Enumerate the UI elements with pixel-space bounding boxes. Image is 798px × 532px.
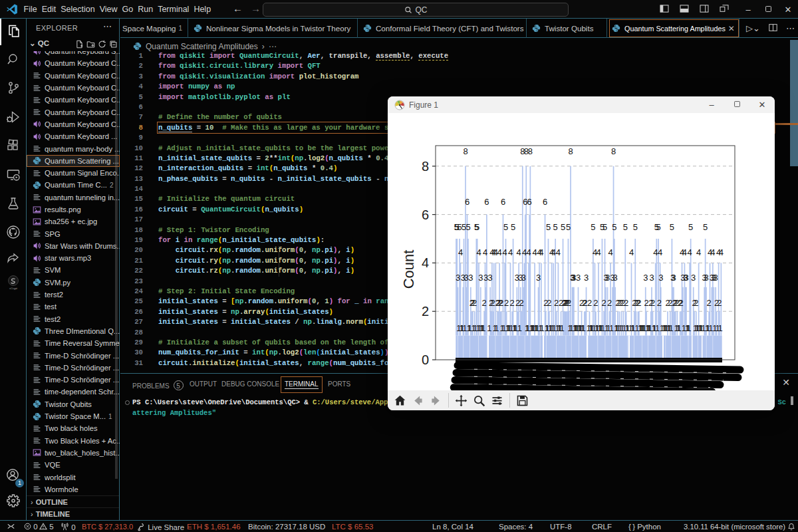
svg-text:1: 1 bbox=[581, 323, 586, 333]
svg-text:2: 2 bbox=[624, 298, 628, 308]
svg-text:2: 2 bbox=[567, 298, 571, 308]
svg-text:1: 1 bbox=[668, 323, 673, 333]
svg-text:4: 4 bbox=[682, 247, 687, 257]
svg-text:5: 5 bbox=[703, 222, 708, 232]
svg-text:4: 4 bbox=[556, 247, 561, 257]
svg-text:Count: Count bbox=[400, 250, 417, 289]
svg-text:3: 3 bbox=[613, 273, 618, 283]
svg-text:4: 4 bbox=[497, 247, 501, 257]
svg-text:1: 1 bbox=[481, 323, 485, 333]
svg-text:3: 3 bbox=[456, 273, 460, 283]
svg-text:5: 5 bbox=[503, 222, 508, 232]
svg-text:6: 6 bbox=[484, 197, 489, 207]
svg-text:3: 3 bbox=[714, 273, 718, 283]
svg-text:4: 4 bbox=[483, 247, 487, 257]
svg-text:1: 1 bbox=[487, 323, 491, 333]
svg-text:sCrypt: sCrypt bbox=[9, 287, 17, 290]
svg-text:4: 4 bbox=[688, 247, 692, 257]
svg-text:3: 3 bbox=[684, 273, 688, 283]
svg-text:2: 2 bbox=[499, 298, 503, 308]
svg-text:6: 6 bbox=[465, 197, 469, 207]
svg-text:5: 5 bbox=[633, 222, 638, 232]
svg-text:3: 3 bbox=[605, 273, 610, 283]
svg-text:4: 4 bbox=[458, 247, 463, 257]
svg-text:4: 4 bbox=[526, 247, 531, 257]
svg-text:4: 4 bbox=[696, 247, 701, 257]
svg-text:8: 8 bbox=[568, 146, 573, 156]
svg-text:1: 1 bbox=[494, 323, 499, 333]
svg-text:2: 2 bbox=[707, 298, 712, 308]
svg-text:2: 2 bbox=[587, 298, 592, 308]
svg-text:3: 3 bbox=[691, 273, 696, 283]
svg-text:4: 4 bbox=[422, 255, 429, 270]
svg-text:4: 4 bbox=[517, 247, 521, 257]
svg-text:2: 2 bbox=[593, 298, 598, 308]
svg-text:3: 3 bbox=[704, 273, 708, 283]
svg-text:8: 8 bbox=[463, 146, 467, 156]
svg-text:2: 2 bbox=[519, 298, 524, 308]
svg-text:6: 6 bbox=[501, 197, 505, 207]
svg-text:4: 4 bbox=[658, 247, 662, 257]
svg-text:3: 3 bbox=[468, 273, 473, 283]
svg-text:4: 4 bbox=[596, 247, 600, 257]
svg-text:6: 6 bbox=[527, 197, 532, 207]
svg-text:8: 8 bbox=[611, 146, 616, 156]
svg-text:2: 2 bbox=[679, 298, 684, 308]
svg-text:2: 2 bbox=[510, 298, 515, 308]
svg-text:5: 5 bbox=[546, 222, 551, 232]
svg-text:4: 4 bbox=[476, 247, 481, 257]
svg-text:2: 2 bbox=[657, 298, 662, 308]
svg-text:6: 6 bbox=[422, 207, 429, 222]
svg-text:2: 2 bbox=[636, 298, 641, 308]
svg-text:4: 4 bbox=[719, 247, 724, 257]
svg-text:2: 2 bbox=[602, 298, 606, 308]
svg-text:1: 1 bbox=[559, 323, 564, 333]
svg-text:3: 3 bbox=[478, 273, 483, 283]
svg-text:4: 4 bbox=[710, 247, 715, 257]
svg-text:5: 5 bbox=[511, 222, 515, 232]
svg-text:1: 1 bbox=[718, 323, 722, 333]
svg-text:2: 2 bbox=[482, 298, 487, 308]
svg-text:5: 5 bbox=[623, 222, 628, 232]
svg-text:5: 5 bbox=[656, 222, 660, 232]
svg-text:4: 4 bbox=[508, 247, 513, 257]
svg-text:3: 3 bbox=[658, 273, 663, 283]
svg-text:5: 5 bbox=[602, 222, 607, 232]
svg-text:2: 2 bbox=[694, 298, 698, 308]
svg-text:2: 2 bbox=[472, 298, 477, 308]
svg-text:2: 2 bbox=[504, 298, 509, 308]
svg-text:3: 3 bbox=[521, 273, 526, 283]
svg-text:1: 1 bbox=[517, 323, 522, 333]
svg-text:8: 8 bbox=[422, 159, 429, 174]
svg-text:3: 3 bbox=[488, 273, 493, 283]
svg-text:3: 3 bbox=[649, 273, 654, 283]
svg-text:5: 5 bbox=[670, 222, 674, 232]
svg-text:2: 2 bbox=[607, 298, 612, 308]
svg-text:3: 3 bbox=[576, 273, 581, 283]
svg-text:4: 4 bbox=[502, 247, 507, 257]
svg-text:5: 5 bbox=[688, 222, 693, 232]
svg-text:5: 5 bbox=[466, 222, 470, 232]
svg-text:5: 5 bbox=[553, 222, 558, 232]
svg-text:6: 6 bbox=[543, 197, 547, 207]
svg-text:1: 1 bbox=[686, 323, 691, 333]
svg-text:5: 5 bbox=[612, 222, 616, 232]
svg-text:0: 0 bbox=[422, 352, 429, 367]
svg-text:4: 4 bbox=[539, 247, 543, 257]
svg-text:5: 5 bbox=[566, 222, 571, 232]
svg-text:2: 2 bbox=[422, 304, 429, 319]
svg-text:8: 8 bbox=[528, 146, 533, 156]
svg-text:2: 2 bbox=[547, 298, 551, 308]
svg-text:5: 5 bbox=[591, 222, 595, 232]
svg-text:5: 5 bbox=[475, 222, 479, 232]
svg-text:2: 2 bbox=[717, 298, 722, 308]
svg-text:3: 3 bbox=[671, 273, 676, 283]
svg-text:3: 3 bbox=[643, 273, 648, 283]
svg-text:2: 2 bbox=[650, 298, 655, 308]
svg-text:3: 3 bbox=[536, 273, 541, 283]
svg-text:4: 4 bbox=[608, 247, 612, 257]
svg-text:4: 4 bbox=[629, 247, 634, 257]
svg-text:3: 3 bbox=[584, 273, 589, 283]
svg-text:5: 5 bbox=[561, 222, 565, 232]
